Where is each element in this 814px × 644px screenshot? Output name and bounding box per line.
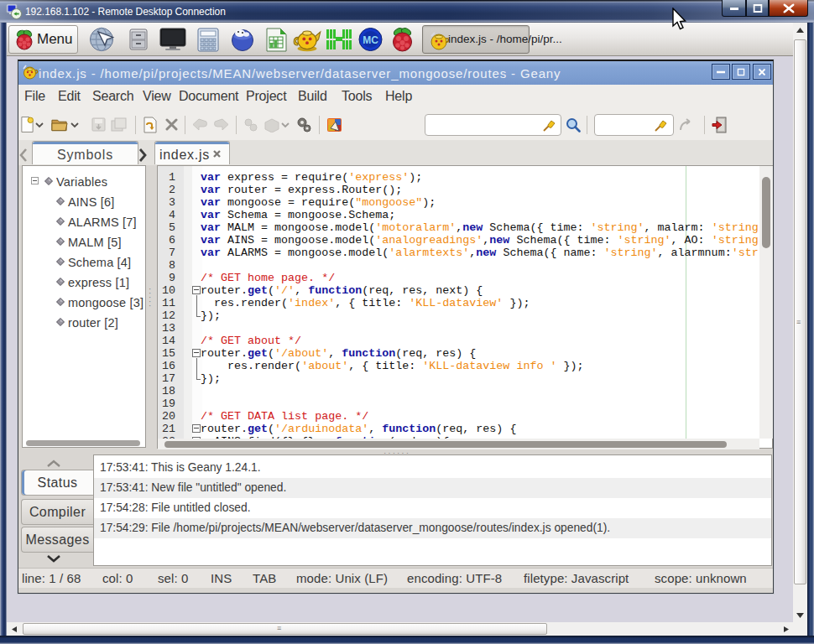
svg-text:MC: MC: [363, 34, 378, 46]
